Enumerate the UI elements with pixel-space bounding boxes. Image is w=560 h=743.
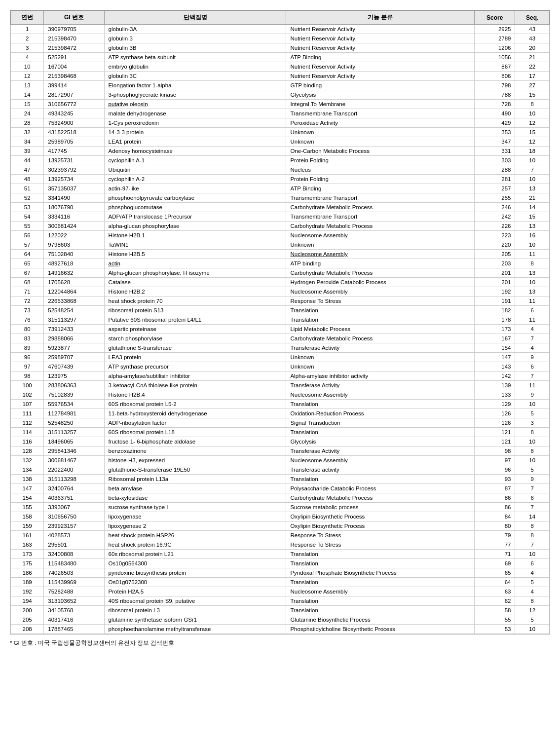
cell-protein: heat shock protein HSP26 [104, 531, 286, 540]
table-row: 4813925734cyclophilin A-2Protein Folding… [11, 175, 550, 184]
cell-function: Protein Folding [286, 175, 474, 184]
cell-gi: 1705628 [44, 278, 104, 287]
cell-score: 192 [474, 287, 515, 297]
table-row: 6714916632Alpha-glucan phosphorylase, H … [11, 268, 550, 278]
cell-number: 189 [11, 578, 44, 587]
table-row: 5318076790phosphoglucomutaseCarbohydrate… [11, 203, 550, 212]
cell-gi: 300681424 [44, 222, 104, 231]
cell-function: ATP Binding [286, 53, 474, 62]
cell-protein: globulin-3A [104, 25, 286, 34]
cell-score: 257 [474, 184, 515, 193]
cell-seq: 5 [515, 465, 550, 475]
cell-score: 126 [474, 409, 515, 418]
cell-score: 147 [474, 353, 515, 362]
cell-seq: 8 [515, 446, 550, 456]
cell-score: 121 [474, 437, 515, 446]
cell-protein: histone H3, expressed [104, 456, 286, 465]
main-table-container: 연번 GI 번호 단백질명 기능 분류 Score Seq. 139097970… [10, 10, 550, 634]
table-row: 175115483480Os10g0564300Translation696 [11, 559, 550, 568]
cell-protein: 60S ribosomal protein L5-2 [104, 400, 286, 409]
cell-score: 64 [474, 578, 515, 587]
cell-score: 182 [474, 306, 515, 315]
cell-score: 93 [474, 475, 515, 484]
cell-gi: 295841346 [44, 446, 104, 456]
cell-function: Nutrient Reservoir Activity [286, 62, 474, 72]
cell-seq: 7 [515, 540, 550, 550]
table-row: 1553393067sucrose synthase type ISucrose… [11, 503, 550, 512]
cell-protein: Catalase [104, 278, 286, 287]
cell-number: 14 [11, 90, 44, 100]
cell-number: 80 [11, 325, 44, 334]
table-row: 71122044864Histone H2B.2Nucleosome Assem… [11, 287, 550, 297]
cell-gi: 283806363 [44, 381, 104, 390]
cell-score: 77 [474, 540, 515, 550]
col-header-gi: GI 번호 [44, 11, 104, 25]
cell-score: 226 [474, 222, 515, 231]
cell-function: Glutamine Biosynthetic Process [286, 615, 474, 625]
col-header-protein: 단백질명 [104, 11, 286, 25]
cell-number: 107 [11, 400, 44, 409]
cell-number: 173 [11, 550, 44, 559]
cell-gi: 399414 [44, 81, 104, 90]
cell-gi: 75102839 [44, 390, 104, 400]
cell-protein: LEA1 protein [104, 137, 286, 147]
cell-seq: 4 [515, 587, 550, 596]
cell-score: 178 [474, 315, 515, 325]
cell-function: Lipid Metabolic Process [286, 325, 474, 334]
cell-gi: 215398472 [44, 43, 104, 53]
table-row: 8329888066starch phosphorylaseCarbohydra… [11, 334, 550, 343]
cell-function: Unknown [286, 240, 474, 250]
table-row: 128295841346benzoxazinoneTransferase Act… [11, 446, 550, 456]
cell-number: 57 [11, 240, 44, 250]
cell-score: 281 [474, 175, 515, 184]
table-row: 132300681467histone H3, expressedNucleos… [11, 456, 550, 465]
cell-number: 2 [11, 34, 44, 43]
cell-number: 55 [11, 222, 44, 231]
cell-gi: 32400808 [44, 550, 104, 559]
cell-gi: 315113298 [44, 475, 104, 484]
cell-gi: 28172907 [44, 90, 104, 100]
cell-gi: 75102840 [44, 250, 104, 259]
cell-number: 175 [11, 559, 44, 568]
cell-function: Transmembrane Transport [286, 212, 474, 222]
cell-score: 490 [474, 109, 515, 118]
cell-protein: fructose 1- 6-biphosphate aldolase [104, 437, 286, 446]
cell-number: 154 [11, 493, 44, 503]
cell-seq: 11 [515, 250, 550, 259]
cell-seq: 13 [515, 268, 550, 278]
cell-gi: 40317416 [44, 615, 104, 625]
table-row: 189115439969Os01g0752300Translation645 [11, 578, 550, 587]
cell-number: 194 [11, 596, 44, 606]
cell-function: Nutrient Reservoir Activity [286, 25, 474, 34]
table-row: 6475102840Histone H2B.5Nucleosome Assemb… [11, 250, 550, 259]
cell-score: 167 [474, 334, 515, 343]
cell-seq: 11 [515, 381, 550, 390]
cell-protein: ATP synthase precursor [104, 362, 286, 372]
cell-protein: phosphoethanolamine methyltransferase [104, 625, 286, 634]
cell-seq: 7 [515, 503, 550, 512]
cell-number: 205 [11, 615, 44, 625]
cell-function: Carbohydrate Metabolic Process [286, 203, 474, 212]
cell-number: 68 [11, 278, 44, 287]
cell-number: 47 [11, 165, 44, 175]
cell-function: Nucleosome Assembly [286, 390, 474, 400]
cell-score: 798 [474, 81, 515, 90]
cell-score: 62 [474, 596, 515, 606]
table-row: 159239923157lipoxygenase 2Oxylipin Biosy… [11, 521, 550, 531]
table-row: 11431511325760S ribosomal protein L18Tra… [11, 428, 550, 437]
cell-protein: 60s ribosomal protein L21 [104, 550, 286, 559]
cell-protein: sucrose synthase type I [104, 503, 286, 512]
cell-gi: 14916632 [44, 268, 104, 278]
cell-gi: 22022400 [44, 465, 104, 475]
cell-seq: 17 [515, 72, 550, 81]
cell-function: Nucleosome Assembly [286, 250, 474, 259]
table-row: 158310656750lipoxygenaseOxylipin Biosynt… [11, 512, 550, 521]
cell-function: Response To Stress [286, 297, 474, 306]
table-row: 9747607439ATP synthase precursorUnknown1… [11, 362, 550, 372]
table-row: 9625989707LEA3 proteinUnknown1479 [11, 353, 550, 362]
table-row: 681705628CatalaseHydrogen Peroxide Catab… [11, 278, 550, 287]
cell-seq: 8 [515, 100, 550, 109]
cell-gi: 40363751 [44, 493, 104, 503]
cell-protein: ADP-ribosylation factor [104, 418, 286, 428]
cell-seq: 5 [515, 409, 550, 418]
